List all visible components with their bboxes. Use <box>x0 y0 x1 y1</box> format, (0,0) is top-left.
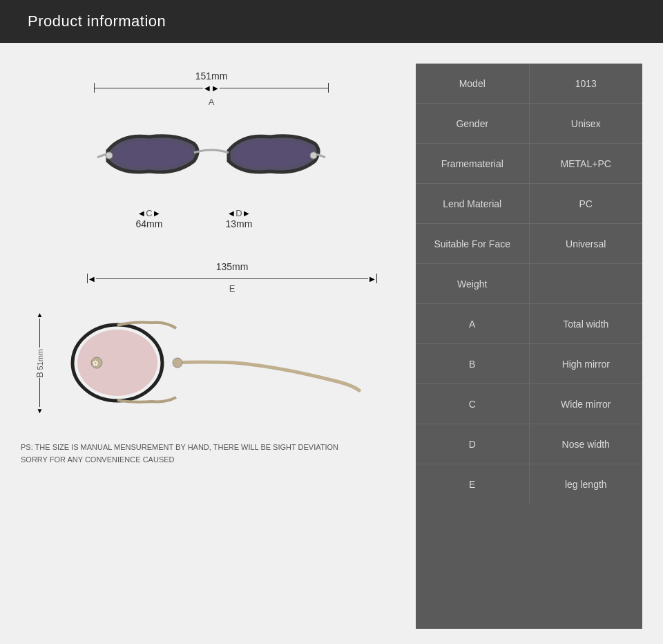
sunglasses-side-svg: ✿ <box>62 301 366 425</box>
total-width-value: 151mm <box>195 70 228 82</box>
e-arrow-row: ◀ ▶ <box>87 274 377 283</box>
e-hline <box>96 278 368 279</box>
spec-key-8: C <box>416 384 530 424</box>
leg-length-value: 135mm <box>216 261 249 272</box>
spec-row: Eleg length <box>416 464 642 504</box>
total-width-arrow: ◀ ▶ <box>94 83 329 93</box>
spec-val-8: Wide mirror <box>530 384 643 424</box>
spec-row: ATotal width <box>416 304 642 344</box>
spec-key-3: Lend Material <box>416 184 530 223</box>
spec-val-3: PC <box>530 184 643 223</box>
spec-key-2: Framematerial <box>416 144 530 183</box>
top-diagram: 151mm ◀ ▶ A <box>21 64 402 236</box>
e-measurement: 135mm ◀ ▶ E <box>62 261 402 296</box>
svg-point-3 <box>77 330 157 396</box>
svg-text:✿: ✿ <box>93 359 98 367</box>
spec-val-5 <box>530 264 643 303</box>
d-value: 13mm <box>226 218 253 229</box>
bottom-dims: ◀ C ▶ 64mm ◀ D ▶ 13mm <box>94 208 329 229</box>
hline-right <box>220 88 328 88</box>
hline-left <box>95 88 203 88</box>
c-letter: C <box>146 208 152 218</box>
page-title: Product information <box>28 12 166 30</box>
spec-val-1: Unisex <box>530 104 643 143</box>
b-dim-vertical: ▲ 51mm B ▼ <box>35 311 45 415</box>
b-value: 51mm <box>36 349 44 370</box>
spec-row: DNose width <box>416 424 642 464</box>
spec-row: Suitable For FaceUniversal <box>416 224 642 264</box>
spec-key-4: Suitable For Face <box>416 224 530 263</box>
side-diagram: 135mm ◀ ▶ E ▲ 51mm <box>21 254 402 428</box>
spec-row: BHigh mirror <box>416 344 642 384</box>
spec-row: Weight <box>416 264 642 304</box>
spec-row: FramematerialMETAL+PC <box>416 144 642 184</box>
side-img-wrap: ▲ 51mm B ▼ <box>62 301 380 428</box>
page-header: Product information <box>0 0 663 43</box>
sunglasses-front-svg <box>94 113 329 202</box>
spec-row: GenderUnisex <box>416 104 642 144</box>
spec-key-1: Gender <box>416 104 530 143</box>
d-letter: D <box>236 208 242 218</box>
a-label: A <box>94 97 329 107</box>
spec-key-9: D <box>416 424 530 464</box>
tick-right <box>328 83 329 93</box>
c-dim: ◀ C ▶ 64mm <box>94 208 204 229</box>
spec-key-0: Model <box>416 64 530 103</box>
spec-val-10: leg length <box>530 464 643 504</box>
spec-key-7: B <box>416 344 530 383</box>
b-letter: B <box>35 372 45 378</box>
svg-point-4 <box>173 358 182 368</box>
spec-key-6: A <box>416 304 530 343</box>
spec-row: Model1013 <box>416 64 642 104</box>
spec-key-10: E <box>416 464 530 504</box>
left-panel: 151mm ◀ ▶ A <box>21 64 402 629</box>
e-tick-right <box>376 274 377 283</box>
spec-row: Lend MaterialPC <box>416 184 642 224</box>
ps-note: PS: THE SIZE IS MANUAL MENSUREMENT BY HA… <box>21 442 366 466</box>
spec-row: CWide mirror <box>416 384 642 424</box>
spec-val-6: Total width <box>530 304 643 343</box>
spec-val-0: 1013 <box>530 64 643 103</box>
d-dim: ◀ D ▶ 13mm <box>204 208 273 229</box>
spec-key-5: Weight <box>416 264 530 303</box>
spec-val-4: Universal <box>530 224 643 263</box>
svg-point-1 <box>310 152 317 159</box>
main-content: 151mm ◀ ▶ A <box>0 43 663 643</box>
spec-val-9: Nose width <box>530 424 643 464</box>
svg-point-0 <box>106 152 113 159</box>
e-label: E <box>87 283 377 294</box>
spec-val-2: METAL+PC <box>530 144 643 183</box>
c-value: 64mm <box>136 218 163 229</box>
spec-val-7: High mirror <box>530 344 643 383</box>
specs-table: Model1013GenderUnisexFramematerialMETAL+… <box>416 64 642 629</box>
